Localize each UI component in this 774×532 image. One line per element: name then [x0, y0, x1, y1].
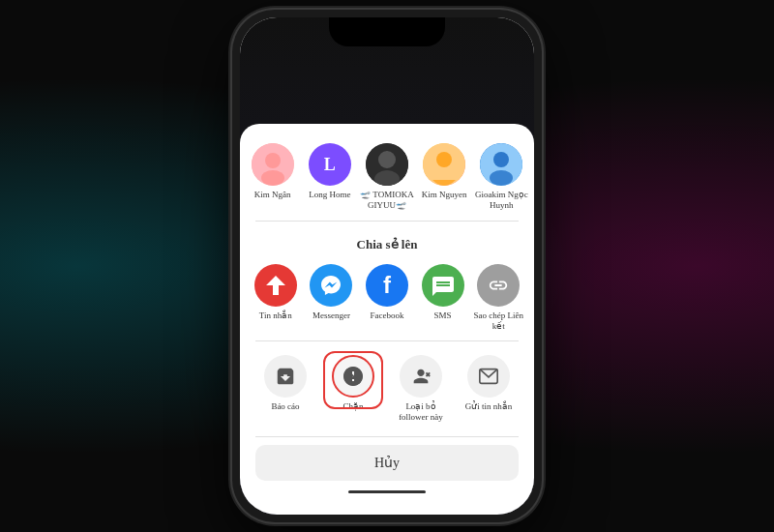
avatar-kim-ngan [252, 143, 294, 186]
loai-bo-label: Loại bỏ follower này [395, 401, 447, 423]
svg-point-9 [493, 152, 509, 167]
gui-tin-nhan-icon [467, 355, 510, 398]
divider-2 [255, 340, 519, 341]
action-gui-tin-nhan[interactable]: Gửi tin nhắn [462, 355, 515, 423]
contact-name-gioakim: Gioakim Ngọc Huynh [474, 190, 528, 211]
svg-marker-11 [266, 276, 285, 295]
phone-screen: 👉 Kim Ngân [240, 17, 534, 515]
sms-icon [422, 264, 464, 307]
avatar-tomioka [366, 143, 408, 186]
avatar-kim-nguyen [423, 143, 465, 186]
share-sms-label: SMS [434, 310, 452, 321]
action-chan[interactable]: Chặn [327, 355, 379, 423]
svg-point-7 [436, 152, 452, 167]
contact-item[interactable]: Kim Ngân [246, 143, 300, 211]
phone-frame: 👉 Kim Ngân [232, 10, 542, 522]
home-bar [348, 490, 426, 493]
gui-tin-nhan-label: Gửi tin nhắn [465, 401, 513, 412]
screen-background: 👉 Kim Ngân [240, 17, 534, 515]
action-loai-bo[interactable]: Loại bỏ follower này [395, 355, 447, 423]
svg-point-1 [265, 153, 281, 168]
svg-point-2 [261, 170, 284, 186]
contact-item[interactable]: L Long Home [303, 143, 357, 211]
facebook-icon: f [366, 264, 408, 307]
contact-item[interactable]: Kim Nguyen [417, 143, 471, 211]
contact-item[interactable]: Gioakim Ngọc Huynh [474, 143, 528, 211]
share-tin-nhan-label: Tin nhắn [259, 310, 292, 321]
share-copy-link-label: Sao chép Liên kết [472, 310, 524, 332]
cancel-button[interactable]: Hủy [255, 445, 519, 481]
share-facebook-label: Facebook [370, 310, 403, 321]
contacts-row: Kim Ngân L Long Home [240, 135, 534, 215]
tin-nhan-icon [254, 264, 297, 307]
svg-point-10 [490, 170, 513, 186]
contact-name-kim-nguyen: Kim Nguyen [422, 190, 467, 200]
home-indicator [240, 485, 534, 495]
action-bao-cao[interactable]: Báo cáo [259, 355, 312, 423]
bottom-sheet: Kim Ngân L Long Home [240, 124, 534, 515]
share-section-header: Chia sẻ lên [240, 227, 534, 260]
divider-3 [255, 436, 519, 437]
avatar-gioakim [480, 143, 522, 186]
phone-notch [329, 17, 445, 46]
share-row: Tin nhắn Messenger f Facebook [240, 260, 534, 336]
loai-bo-icon [400, 355, 442, 398]
action-row: Báo cáo Chặn [240, 347, 534, 430]
highlight-border [323, 351, 383, 409]
svg-point-4 [378, 151, 396, 168]
share-sms[interactable]: SMS [417, 264, 469, 332]
bao-cao-label: Báo cáo [271, 401, 299, 412]
bao-cao-icon [264, 355, 307, 398]
share-tin-nhan[interactable]: Tin nhắn [250, 264, 302, 332]
avatar-long-home: L [309, 143, 351, 186]
copy-link-icon [477, 264, 520, 307]
contact-name-long-home: Long Home [309, 190, 350, 200]
share-messenger-label: Messenger [313, 310, 350, 321]
share-copy-link[interactable]: Sao chép Liên kết [472, 264, 524, 332]
contact-name-kim-ngan: Kim Ngân [254, 190, 291, 200]
divider-1 [255, 221, 519, 222]
share-messenger[interactable]: Messenger [305, 264, 357, 332]
messenger-icon [310, 264, 352, 307]
contact-item[interactable]: 🛫 TOMIOKA GIYUU🛫 [360, 143, 414, 211]
share-facebook[interactable]: f Facebook [361, 264, 413, 332]
contact-name-tomioka: 🛫 TOMIOKA GIYUU🛫 [360, 190, 414, 211]
